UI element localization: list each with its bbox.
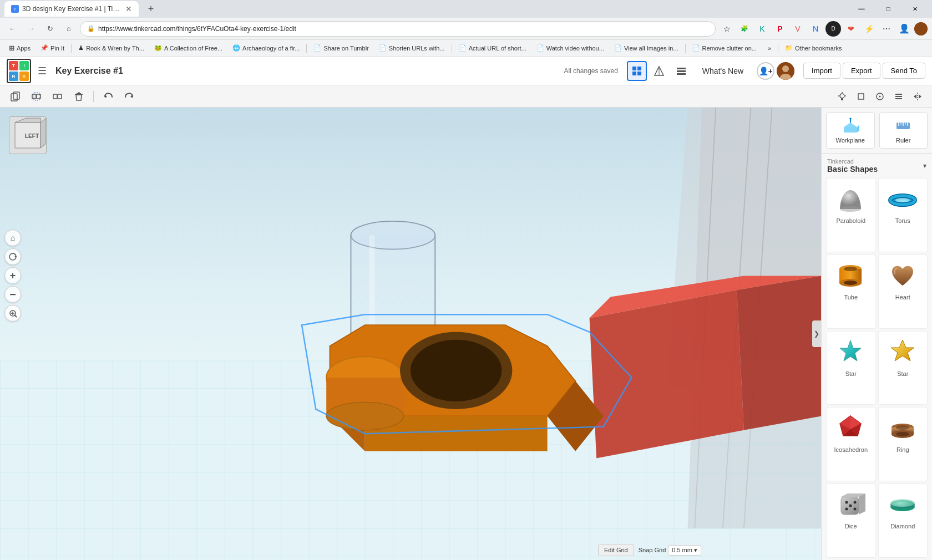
- ext2-icon[interactable]: ❤: [843, 21, 859, 37]
- box-tool[interactable]: [853, 89, 869, 104]
- toolbar-separator: [93, 91, 94, 102]
- news-icon[interactable]: N: [808, 21, 823, 37]
- forward-button[interactable]: →: [23, 21, 39, 37]
- bookmark-actual[interactable]: 📄 Actual URL of short...: [454, 42, 531, 55]
- group-tool[interactable]: [28, 88, 45, 105]
- menu-icon[interactable]: ☰: [38, 65, 47, 77]
- user-account-icon[interactable]: 👤: [896, 21, 912, 37]
- project-name[interactable]: Key Exercise #1: [55, 66, 123, 76]
- light-tool[interactable]: [834, 89, 850, 104]
- svg-rect-34: [895, 94, 902, 95]
- bookmark-tumblr[interactable]: 📄 Share on Tumblr: [309, 42, 373, 55]
- whats-new-button[interactable]: What's New: [696, 63, 750, 79]
- svg-point-119: [854, 507, 857, 510]
- maximize-button[interactable]: □: [875, 0, 901, 18]
- shape-paraboloid[interactable]: Paraboloid: [826, 178, 876, 252]
- list-view-button[interactable]: [671, 61, 691, 81]
- 3d-view-button[interactable]: [627, 61, 647, 81]
- minimize-button[interactable]: ─: [849, 0, 874, 18]
- icosahedron-label: Icosahedron: [834, 446, 868, 453]
- add-user-icon[interactable]: 👤+: [757, 62, 774, 80]
- edit-grid-button[interactable]: Edit Grid: [598, 544, 634, 556]
- chevron-right-icon: ❯: [814, 330, 819, 338]
- bookmark-star-icon[interactable]: ☆: [719, 21, 735, 37]
- kaspersky-icon[interactable]: K: [754, 21, 770, 37]
- bookmark-watch[interactable]: 📄 Watch video withou...: [532, 42, 609, 55]
- user-avatar[interactable]: [777, 62, 794, 80]
- bookmark-viewall[interactable]: 📄 View all Images in...: [610, 42, 683, 55]
- export-button[interactable]: Export: [843, 63, 880, 79]
- shape-heart[interactable]: Heart: [878, 254, 928, 329]
- ext3-icon[interactable]: ⚡: [861, 21, 877, 37]
- home-button[interactable]: ⌂: [61, 21, 77, 37]
- mirror-tool[interactable]: [910, 89, 925, 104]
- svg-rect-78: [844, 127, 857, 133]
- svg-rect-14: [13, 92, 19, 99]
- ungroup-tool[interactable]: [49, 88, 67, 105]
- bookmark-actual-label: Actual URL of short...: [469, 45, 526, 52]
- tab-close-button[interactable]: ✕: [125, 4, 132, 13]
- bookmark-remove[interactable]: 📄 Remove clutter on...: [688, 42, 761, 55]
- ruler-button[interactable]: Ruler: [879, 112, 928, 149]
- tab-title: 3D design Key Exercise #1 | Tinkr...: [22, 5, 122, 13]
- align-tool[interactable]: [891, 89, 906, 104]
- pinterest-icon[interactable]: P: [772, 21, 788, 37]
- send-to-button[interactable]: Send To: [883, 63, 925, 79]
- wireframe-view-button[interactable]: [649, 61, 669, 81]
- shape-tube[interactable]: Tube: [826, 254, 876, 329]
- bookmarks-more-button[interactable]: »: [763, 42, 776, 55]
- dark-reader-icon[interactable]: D: [825, 21, 841, 37]
- delete-tool[interactable]: [70, 88, 88, 105]
- svg-point-89: [840, 206, 861, 212]
- bookmark-collection[interactable]: 🐸 A Collection of Free...: [150, 42, 227, 55]
- bookmark-other[interactable]: 📁 Other bookmarks: [781, 42, 846, 55]
- undo-tool[interactable]: [99, 88, 117, 105]
- back-button[interactable]: ←: [4, 21, 20, 37]
- bookmark-archaeology[interactable]: 🌐 Archaeology of a fir...: [228, 42, 304, 55]
- shape-dice[interactable]: Dice: [826, 483, 876, 558]
- redo-tool[interactable]: [120, 88, 138, 105]
- workplane-button[interactable]: Workplane: [826, 112, 875, 149]
- refresh-button[interactable]: ↻: [42, 21, 58, 37]
- bookmark-apps[interactable]: ⊞ Apps: [4, 42, 35, 55]
- paraboloid-icon: [834, 183, 868, 216]
- shape-diamond[interactable]: Diamond: [878, 483, 928, 558]
- app-header: T I N K ☰ Key Exercise #1 All changes sa…: [0, 57, 932, 85]
- shape-star-blue[interactable]: Star: [826, 331, 876, 405]
- svg-rect-7: [677, 68, 686, 69]
- bookmark-remove-label: Remove clutter on...: [702, 45, 757, 52]
- star-gold-icon: [886, 336, 919, 369]
- bookmark-shorten-label: Shorten URLs with...: [389, 45, 445, 52]
- more-extensions-icon[interactable]: ⋯: [879, 21, 894, 37]
- bookmark-rook[interactable]: ♟ Rook & Wren by Th...: [74, 42, 149, 55]
- 3d-viewport[interactable]: LEFT ⌂ + −: [0, 108, 821, 560]
- library-dropdown-arrow[interactable]: ▾: [923, 162, 926, 170]
- logo-n: N: [9, 72, 18, 81]
- import-button[interactable]: Import: [803, 63, 840, 79]
- vivaldi-icon[interactable]: V: [790, 21, 806, 37]
- tinkercad-logo[interactable]: T I N K: [7, 59, 31, 83]
- bookmark-pinit[interactable]: 📌 Pin It: [36, 42, 69, 55]
- copy-workplane-tool[interactable]: [7, 88, 24, 105]
- user-avatar-icon[interactable]: [914, 22, 928, 35]
- new-tab-button[interactable]: +: [143, 1, 159, 17]
- circle-tool[interactable]: [872, 89, 888, 104]
- close-button[interactable]: ✕: [902, 0, 928, 18]
- snap-value-selector[interactable]: 0.5 mm ▾: [668, 545, 701, 556]
- shape-star-gold[interactable]: Star: [878, 331, 928, 405]
- shape-icosahedron[interactable]: Icosahedron: [826, 407, 876, 481]
- bookmark-shorten[interactable]: 📄 Shorten URLs with...: [374, 42, 449, 55]
- address-bar[interactable]: 🔒 https://www.tinkercad.com/things/6tYFA…: [80, 21, 716, 37]
- svg-point-76: [411, 340, 502, 401]
- svg-rect-8: [677, 70, 686, 72]
- panel-collapse-arrow[interactable]: ❯: [812, 320, 821, 347]
- user-icons: 👤+: [757, 62, 794, 80]
- tube-icon: [834, 259, 868, 293]
- shape-torus[interactable]: Torus: [878, 178, 928, 252]
- toolbar: [0, 85, 932, 108]
- svg-rect-1: [632, 67, 636, 70]
- extensions-icon[interactable]: 🧩: [737, 21, 752, 37]
- shape-ring[interactable]: Ring: [878, 407, 928, 481]
- browser-tab[interactable]: T 3D design Key Exercise #1 | Tinkr... ✕: [4, 1, 139, 17]
- svg-point-74: [326, 402, 403, 430]
